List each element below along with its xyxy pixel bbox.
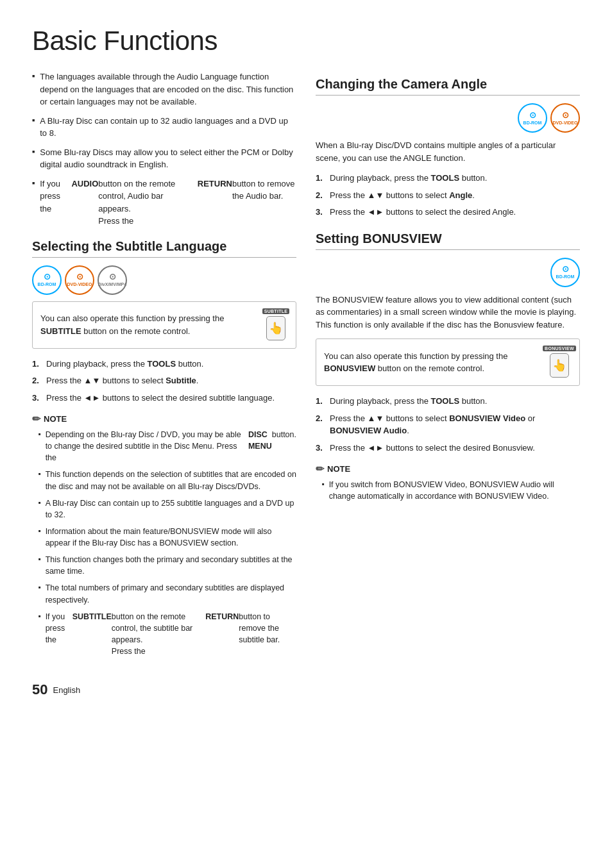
intro-bullet-1: The languages available through the Audi… xyxy=(32,71,296,108)
bonusview-remote-icon: BONUSVIEW 👆 xyxy=(547,346,572,379)
camera-steps: 1. During playback, press the TOOLS butt… xyxy=(316,172,580,219)
bonusview-badge-bd: ⊙ BD-ROM xyxy=(550,258,580,287)
subtitle-note-1: Depending on the Blu-ray Disc / DVD, you… xyxy=(38,429,296,463)
bonusview-step-2: 2. Press the ▲▼ buttons to select BONUSV… xyxy=(316,412,580,437)
badge-divx: ⊙ DivX/MV/MP4 xyxy=(98,265,127,295)
note-pencil-icon: ✏ xyxy=(32,413,40,425)
intro-bullet-3: Some Blu-ray Discs may allow you to sele… xyxy=(32,146,296,171)
bonusview-note-header: ✏ NOTE xyxy=(316,463,580,475)
bonusview-note: ✏ NOTE If you switch from BONUSVIEW Vide… xyxy=(316,463,580,502)
page-language: English xyxy=(53,685,80,695)
subtitle-note-7: If you press the SUBTITLE button on the … xyxy=(38,611,296,658)
subtitle-step-2: 2. Press the ▲▼ buttons to select Subtit… xyxy=(32,374,296,387)
badge-dvd-video: ⊙ DVD-VIDEO xyxy=(65,265,94,295)
bonusview-finger-icon: 👆 xyxy=(552,358,566,372)
camera-badges: ⊙ BD-ROM ⊙ DVD-VIDEO xyxy=(316,103,580,133)
finger-icon: 👆 xyxy=(269,321,283,335)
bonusview-steps: 1. During playback, press the TOOLS butt… xyxy=(316,395,580,454)
bonusview-badges: ⊙ BD-ROM xyxy=(316,258,580,287)
bonusview-step-1: 1. During playback, press the TOOLS butt… xyxy=(316,395,580,408)
bonusview-step-3: 3. Press the ◄► buttons to select the de… xyxy=(316,442,580,455)
page-title: Basic Functions xyxy=(32,26,580,56)
bonusview-section-title: Setting BONUSVIEW xyxy=(316,231,580,250)
subtitle-steps: 1. During playback, press the TOOLS butt… xyxy=(32,358,296,405)
left-column: The languages available through the Audi… xyxy=(32,71,296,662)
subtitle-remote-body: 👆 xyxy=(266,316,285,340)
subtitle-badges: ⊙ BD-ROM ⊙ DVD-VIDEO ⊙ DivX/MV/MP4 xyxy=(32,265,296,295)
subtitle-button-label: SUBTITLE xyxy=(262,308,290,314)
camera-badge-bd: ⊙ BD-ROM xyxy=(518,103,547,133)
subtitle-note: ✏ NOTE Depending on the Blu-ray Disc / D… xyxy=(32,413,296,657)
bonusview-note-icon: ✏ xyxy=(316,463,324,475)
intro-bullets: The languages available through the Audi… xyxy=(32,71,296,228)
subtitle-note-6: The total numbers of primary and seconda… xyxy=(38,582,296,605)
subtitle-note-list: Depending on the Blu-ray Disc / DVD, you… xyxy=(32,429,296,657)
badge-bd-rom: ⊙ BD-ROM xyxy=(32,265,62,295)
camera-step-2: 2. Press the ▲▼ buttons to select Angle. xyxy=(316,189,580,202)
subtitle-note-4: Information about the main feature/BONUS… xyxy=(38,526,296,549)
intro-bullet-4: If you press the AUDIO button on the rem… xyxy=(32,178,296,228)
subtitle-section-title: Selecting the Subtitle Language xyxy=(32,239,296,258)
subtitle-step-3: 3. Press the ◄► buttons to select the de… xyxy=(32,392,296,405)
bonusview-tip-box: You can also operate this function by pr… xyxy=(316,338,580,386)
subtitle-note-2: This function depends on the selection o… xyxy=(38,469,296,492)
subtitle-tip-text: You can also operate this function by pr… xyxy=(40,312,257,337)
camera-badge-dvd: ⊙ DVD-VIDEO xyxy=(550,103,580,133)
camera-section-title: Changing the Camera Angle xyxy=(316,77,580,96)
subtitle-step-1: 1. During playback, press the TOOLS butt… xyxy=(32,358,296,371)
right-column: Changing the Camera Angle ⊙ BD-ROM ⊙ DVD… xyxy=(316,71,580,662)
subtitle-remote-icon: SUBTITLE 👆 xyxy=(264,308,288,342)
bonusview-note-list: If you switch from BONUSVIEW Video, BONU… xyxy=(316,479,580,502)
page-number: 50 xyxy=(32,681,47,698)
camera-step-1: 1. During playback, press the TOOLS butt… xyxy=(316,172,580,185)
subtitle-note-5: This function changes both the primary a… xyxy=(38,554,296,577)
bonusview-note-1: If you switch from BONUSVIEW Video, BONU… xyxy=(322,479,580,502)
camera-description: When a Blu-ray Disc/DVD contains multipl… xyxy=(316,139,580,164)
bonusview-description: The BONUSVIEW feature allows you to view… xyxy=(316,294,580,331)
camera-step-3: 3. Press the ◄► buttons to select the de… xyxy=(316,206,580,219)
subtitle-note-header: ✏ NOTE xyxy=(32,413,296,425)
subtitle-note-3: A Blu-ray Disc can contain up to 255 sub… xyxy=(38,497,296,521)
intro-bullet-2: A Blu-ray Disc can contain up to 32 audi… xyxy=(32,115,296,140)
bonusview-button-label: BONUSVIEW xyxy=(543,346,576,351)
page-footer: 50 English xyxy=(32,681,580,698)
bonusview-tip-text: You can also operate this function by pr… xyxy=(324,350,541,375)
subtitle-tip-box: You can also operate this function by pr… xyxy=(32,301,296,349)
bonusview-remote-body: 👆 xyxy=(550,353,569,378)
